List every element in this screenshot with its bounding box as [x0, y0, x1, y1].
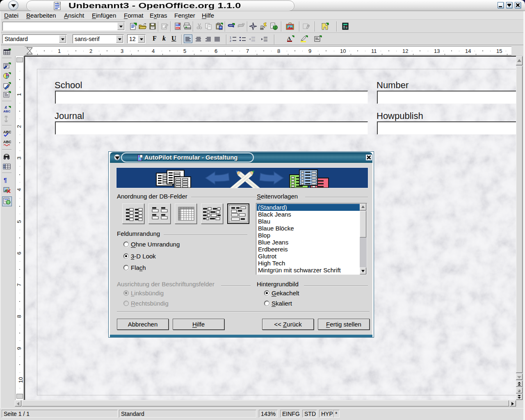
svg-text:ABC: ABC: [3, 110, 11, 113]
svg-text:A: A: [287, 35, 291, 41]
svg-text:2: 2: [230, 39, 231, 42]
svg-text:A: A: [5, 106, 7, 110]
svg-text:¶: ¶: [4, 177, 7, 183]
svg-text:1: 1: [230, 36, 231, 39]
svg-text:ABC: ABC: [3, 130, 11, 134]
svg-text:ABC: ABC: [3, 140, 11, 144]
